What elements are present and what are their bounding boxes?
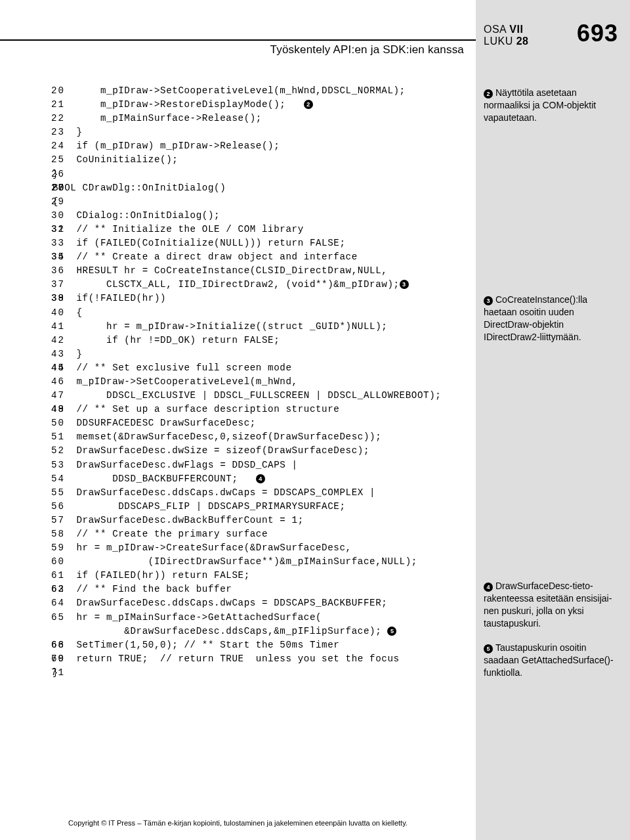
code-line: 25 CoUninitialize(); <box>52 153 476 167</box>
code-text: hr = m_pIDraw->Initialize((struct _GUID*… <box>52 321 387 332</box>
sidebar: 693 OSA VII LUKU 28 2Näyttötila asetetaa… <box>476 0 630 840</box>
code-marker-3-icon: 3 <box>400 280 409 289</box>
line-number: 70 <box>51 652 67 666</box>
line-number: 43 <box>51 347 67 361</box>
annotation-marker-3-icon: 3 <box>484 296 493 305</box>
code-line: 54 DDSD_BACKBUFFERCOUNT; 4 <box>52 472 476 486</box>
code-line: 37 CLSCTX_ALL, IID_IDirectDraw2, (void**… <box>52 278 476 292</box>
code-line: 68 SetTimer(1,50,0); // ** Start the 50m… <box>52 638 476 652</box>
code-line: 50 DDSURFACEDESC DrawSurfaceDesc; <box>52 416 476 430</box>
code-text: if (FAILED(hr)) return FALSE; <box>52 570 250 581</box>
code-marker-5-icon: 5 <box>387 627 396 636</box>
annotation-2-text: Näyttötila asetetaan normaaliksi ja COM-… <box>484 87 596 123</box>
line-number: 35 <box>51 250 67 264</box>
line-number: 40 <box>51 306 67 320</box>
line-number: 47 <box>51 389 67 403</box>
code-line: 70 return TRUE; // return TRUE unless yo… <box>52 652 476 666</box>
annotation-4: 4DrawSurfaceDesc-tieto­rakenteessa esite… <box>484 580 622 630</box>
line-number: 56 <box>51 500 67 514</box>
code-line: 63 // ** Find the back buffer <box>52 583 476 596</box>
annotation-marker-5-icon: 5 <box>484 644 493 653</box>
code-line: 49 // ** Set up a surface description st… <box>52 403 476 416</box>
code-text: if (FAILED(CoInitialize(NULL))) return F… <box>52 238 346 248</box>
code-text: CLSCTX_ALL, IID_IDirectDraw2, (void**)&m… <box>52 279 400 290</box>
code-marker-4-icon: 4 <box>256 474 265 483</box>
code-line: 40 { <box>52 306 476 320</box>
code-text: m_pIDraw->SetCooperativeLevel(m_hWnd, <box>52 376 298 387</box>
line-number: 65 <box>51 611 67 625</box>
code-text: DDSCL_EXCLUSIVE | DDSCL_FULLSCREEN | DDS… <box>52 390 441 401</box>
line-number: 33 <box>51 236 67 250</box>
annotation-5-text: Taustapuskurin osoitin saadaan GetAttach… <box>484 642 614 678</box>
page: Työskentely API:en ja SDK:ien kanssa 20 … <box>0 0 630 840</box>
code-line: 58 // ** Create the primary surface <box>52 527 476 541</box>
code-line: 36 HRESULT hr = CoCreateInstance(CLSID_D… <box>52 264 476 278</box>
code-line: 71} <box>52 666 476 680</box>
code-line: 47 DDSCL_EXCLUSIVE | DDSCL_FULLSCREEN | … <box>52 389 476 403</box>
code-text: BOOL CDrawDlg::OnInitDialog() <box>52 183 226 193</box>
code-text: DDSD_BACKBUFFERCOUNT; <box>52 474 256 484</box>
code-line: 21 m_pIDraw->RestoreDisplayMode(); 2 <box>52 98 476 112</box>
code-text: memset(&DrawSurfaceDesc,0,sizeof(DrawSur… <box>52 431 381 442</box>
header-rule <box>0 39 476 41</box>
code-text: HRESULT hr = CoCreateInstance(CLSID_Dire… <box>52 265 387 276</box>
code-line: 52 DrawSurfaceDesc.dwSize = sizeof(DrawS… <box>52 444 476 458</box>
code-line: &DrawSurfaceDesc.ddsCaps,&m_pIFlipSurfac… <box>52 625 476 638</box>
osa-label: OSA <box>484 24 506 35</box>
chapter-title: Työskentely API:en ja SDK:ien kanssa <box>0 43 476 56</box>
line-number: 60 <box>51 555 67 569</box>
code-line: 32 // ** Initialize the OLE / COM librar… <box>52 223 476 236</box>
code-text: hr = m_pIDraw->CreateSurface(&DrawSurfac… <box>52 542 352 553</box>
code-line: 26} <box>52 167 476 181</box>
line-number: 50 <box>51 416 67 430</box>
code-text: m_pIMainSurface->Release(); <box>52 113 262 123</box>
code-line: 60 (IDirectDrawSurface**)&m_pIMainSurfac… <box>52 555 476 569</box>
line-number: 59 <box>51 541 67 555</box>
line-number: 29 <box>51 195 67 209</box>
code-text: hr = m_pIMainSurface->GetAttachedSurface… <box>52 612 322 623</box>
code-line: 65 hr = m_pIMainSurface->GetAttachedSurf… <box>52 611 476 625</box>
annotation-2: 2Näyttötila asetetaan normaaliksi ja COM… <box>484 87 622 124</box>
code-line: 55 DrawSurfaceDesc.ddsCaps.dwCaps = DDSC… <box>52 486 476 500</box>
line-number: 61 <box>51 569 67 583</box>
code-text: CDialog::OnInitDialog(); <box>52 210 220 221</box>
luku-number: 28 <box>516 35 529 47</box>
annotation-3-text: CoCreateInstance():lla haetaan osoitin u… <box>484 294 587 342</box>
annotation-marker-2-icon: 2 <box>484 89 493 99</box>
code-text: if(!FAILED(hr)) <box>52 293 166 303</box>
page-number: 693 <box>577 20 618 47</box>
line-number: 28 <box>51 181 67 195</box>
code-line: 30 CDialog::OnInitDialog(); <box>52 209 476 223</box>
code-line: 42 if (hr !=DD_OK) return FALSE; <box>52 334 476 347</box>
code-line: 57 DrawSurfaceDesc.dwBackBufferCount = 1… <box>52 514 476 527</box>
line-number: 26 <box>51 167 67 181</box>
code-line: 53 DrawSurfaceDesc.dwFlags = DDSD_CAPS | <box>52 458 476 472</box>
code-text: // ** Set up a surface description struc… <box>52 404 339 414</box>
code-line: 28BOOL CDrawDlg::OnInitDialog() <box>52 181 476 195</box>
code-text: DrawSurfaceDesc.dwSize = sizeof(DrawSurf… <box>52 445 369 456</box>
line-number: 30 <box>51 209 67 223</box>
line-number: 52 <box>51 444 67 458</box>
line-number: 25 <box>51 153 67 167</box>
line-number: 39 <box>51 292 67 305</box>
line-number: 20 <box>51 84 67 98</box>
code-text: // ** Create the primary surface <box>52 529 268 539</box>
line-number: 68 <box>51 638 67 652</box>
line-number: 58 <box>51 527 67 541</box>
line-number: 55 <box>51 486 67 500</box>
line-number: 36 <box>51 264 67 278</box>
code-line: 41 hr = m_pIDraw->Initialize((struct _GU… <box>52 320 476 334</box>
line-number: 21 <box>51 98 67 112</box>
code-text: SetTimer(1,50,0); // ** Start the 50ms T… <box>52 640 339 650</box>
code-line: 33 if (FAILED(CoInitialize(NULL))) retur… <box>52 236 476 250</box>
code-text: m_pIDraw->SetCooperativeLevel(m_hWnd,DDS… <box>52 85 406 96</box>
footer-copyright: Copyright © IT Press – Tämän e-kirjan ko… <box>0 819 476 827</box>
code-text: m_pIDraw->RestoreDisplayMode(); <box>52 99 304 110</box>
line-number: 23 <box>51 125 67 139</box>
annotation-4-text: DrawSurfaceDesc-tieto­rakenteessa esitet… <box>484 581 612 629</box>
line-number: 24 <box>51 139 67 153</box>
line-number: 49 <box>51 403 67 416</box>
annotation-marker-4-icon: 4 <box>484 583 493 592</box>
code-text: // ** Set exclusive full screen mode <box>52 363 292 373</box>
luku-label: LUKU <box>484 35 513 47</box>
